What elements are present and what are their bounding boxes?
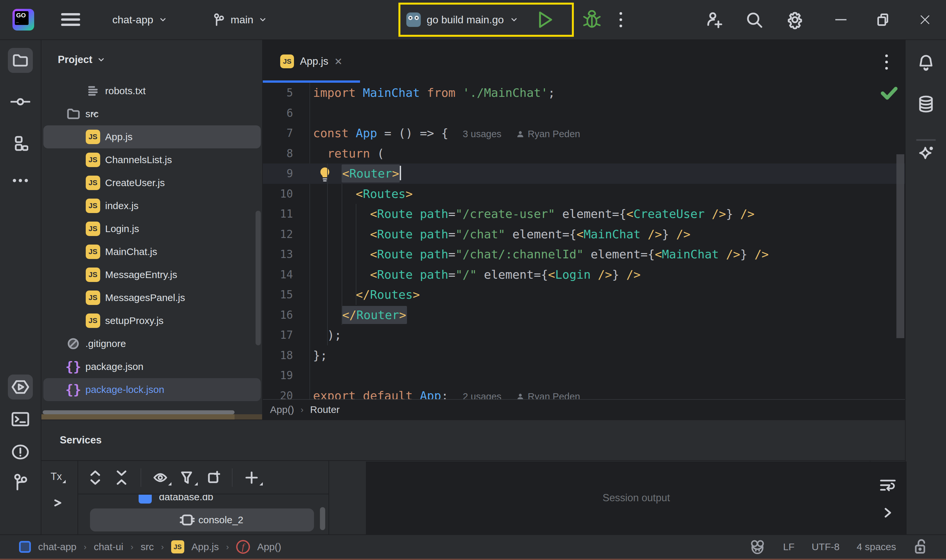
expand-session-button[interactable]: [882, 506, 894, 519]
minimize-button[interactable]: [820, 0, 862, 39]
code-line-8[interactable]: 8 return (: [263, 143, 905, 164]
tree-item[interactable]: JSMainChat.js: [43, 240, 261, 263]
code-line-13[interactable]: 13 <Route path="/chat/:channelId" elemen…: [263, 244, 905, 265]
code-line-18[interactable]: 18};: [263, 345, 905, 366]
tree-item[interactable]: JSMessageEntry.js: [43, 263, 261, 286]
debug-button[interactable]: [583, 0, 601, 39]
tree-item[interactable]: JSApp.js: [43, 125, 261, 148]
services-tree-pane: database.db console_2 Session output: [78, 461, 328, 534]
breadcrumb-router[interactable]: Router: [310, 404, 340, 415]
readonly-lock-icon[interactable]: [913, 538, 928, 555]
code-line-10[interactable]: 10 <Routes>: [263, 184, 905, 204]
code-line-17[interactable]: 17 );: [263, 325, 905, 345]
js-file-icon: JS: [171, 540, 184, 554]
tree-item[interactable]: {}package.json: [43, 355, 261, 378]
json-file-icon: {}: [66, 359, 81, 374]
code-line-19[interactable]: 19: [263, 365, 905, 386]
collapse-all-button[interactable]: [114, 471, 129, 485]
expand-all-button[interactable]: [88, 471, 102, 485]
structure-tool-button[interactable]: [8, 131, 33, 156]
services-vscrollbar[interactable]: [320, 507, 325, 530]
status-crumb-file[interactable]: App.js: [191, 541, 219, 552]
code-text: <Route path="/chat" element={<MainChat /…: [313, 224, 690, 245]
search-everywhere-button[interactable]: [745, 11, 763, 29]
code-line-16[interactable]: 16 </Router>: [263, 305, 905, 325]
database-tool-button[interactable]: [914, 92, 938, 117]
tree-item[interactable]: src: [43, 102, 261, 125]
project-panel-header[interactable]: Project: [42, 40, 262, 80]
run-button[interactable]: [537, 11, 554, 29]
main-menu-button[interactable]: [61, 0, 80, 39]
tree-item[interactable]: JSChannelsList.js: [43, 148, 261, 171]
services-header[interactable]: Services: [42, 420, 905, 460]
ai-assistant-button[interactable]: [914, 141, 938, 166]
encoding-indicator[interactable]: UTF-8: [812, 541, 840, 552]
tree-item[interactable]: JSindex.js: [43, 194, 261, 217]
usages-inlay-hint[interactable]: 2 usages: [463, 391, 502, 400]
tree-item[interactable]: JSLogin.js: [43, 217, 261, 240]
close-button[interactable]: [904, 0, 946, 39]
restore-button[interactable]: [862, 0, 904, 39]
code-line-20[interactable]: 20export default App;2 usagesRyan Peden: [263, 386, 905, 400]
author-inlay-hint[interactable]: Ryan Peden: [516, 129, 581, 139]
editor-scrollbar[interactable]: [897, 154, 904, 338]
indent-guide: [342, 184, 342, 325]
project-vscrollbar[interactable]: [256, 211, 261, 345]
editor-options-button[interactable]: [885, 54, 888, 69]
expand-panel-button[interactable]: [52, 496, 64, 509]
commit-tool-button[interactable]: [8, 89, 33, 114]
code-line-12[interactable]: 12 <Route path="/chat" element={<MainCha…: [263, 224, 905, 245]
services-tool-button[interactable]: [8, 375, 33, 400]
code-line-5[interactable]: 5import MainChat from './MainChat';: [263, 83, 905, 103]
tree-item[interactable]: JSMessagesPanel.js: [43, 286, 261, 309]
code-line-14[interactable]: 14 <Route path="/" element={<Login />} /…: [263, 265, 905, 285]
status-crumb-module[interactable]: chat-ui: [94, 541, 123, 552]
more-actions-button[interactable]: [619, 0, 622, 39]
tree-item[interactable]: .gitignore: [43, 332, 261, 355]
more-tool-windows-button[interactable]: [8, 168, 33, 193]
line-number: 11: [263, 204, 293, 224]
code-line-15[interactable]: 15 </Routes>: [263, 285, 905, 305]
transactions-button[interactable]: Tx: [51, 471, 62, 483]
tree-item[interactable]: robots.txt: [43, 80, 261, 102]
branch-selector[interactable]: main: [212, 0, 267, 39]
run-configuration-widget[interactable]: go build main.go: [398, 3, 574, 37]
line-number: 12: [263, 224, 293, 245]
tree-item-console[interactable]: console_2: [90, 508, 314, 531]
settings-button[interactable]: [785, 10, 805, 29]
add-service-button[interactable]: [206, 471, 220, 485]
breadcrumb-app[interactable]: App(): [270, 404, 294, 415]
terminal-tool-button[interactable]: [8, 407, 33, 432]
run-configuration-label: go build main.go: [427, 14, 504, 26]
author-inlay-hint[interactable]: Ryan Peden: [516, 391, 581, 400]
status-crumb-src[interactable]: src: [140, 541, 154, 552]
tree-item[interactable]: {}package-lock.json: [43, 378, 261, 401]
status-crumb-function[interactable]: App(): [257, 541, 281, 552]
code-line-11[interactable]: 11 <Route path="/create-user" element={<…: [263, 204, 905, 224]
filter-button[interactable]: [179, 471, 194, 485]
indent-indicator[interactable]: 4 spaces: [857, 541, 896, 552]
add-button[interactable]: [244, 471, 259, 485]
project-hscrollbar[interactable]: [43, 410, 234, 414]
code-line-6[interactable]: 6: [263, 103, 905, 123]
line-ending-indicator[interactable]: LF: [783, 541, 795, 552]
soft-wrap-button[interactable]: [880, 478, 896, 492]
code-with-me-button[interactable]: [705, 11, 723, 29]
code-area[interactable]: 5import MainChat from './MainChat';67con…: [263, 83, 905, 399]
problems-tool-button[interactable]: [8, 440, 33, 465]
project-tool-button[interactable]: [8, 48, 33, 73]
view-options-button[interactable]: [153, 471, 168, 485]
go-sdk-icon[interactable]: [749, 538, 766, 555]
tree-item[interactable]: JSsetupProxy.js: [43, 309, 261, 332]
code-line-9[interactable]: 9 <Router>: [263, 163, 905, 184]
git-tool-button[interactable]: [8, 469, 33, 494]
project-selector[interactable]: chat-app: [112, 0, 167, 39]
notifications-button[interactable]: [914, 50, 938, 75]
code-line-7[interactable]: 7const App = () => {3 usagesRyan Peden: [263, 123, 905, 143]
tree-item[interactable]: JSCreateUser.js: [43, 171, 261, 194]
tab-app-js[interactable]: JS App.js ✕: [263, 40, 360, 83]
status-crumb-project[interactable]: chat-app: [38, 541, 77, 552]
tree-item-database[interactable]: database.db: [78, 495, 328, 508]
usages-inlay-hint[interactable]: 3 usages: [463, 129, 502, 139]
tab-close-icon[interactable]: ✕: [334, 56, 343, 67]
